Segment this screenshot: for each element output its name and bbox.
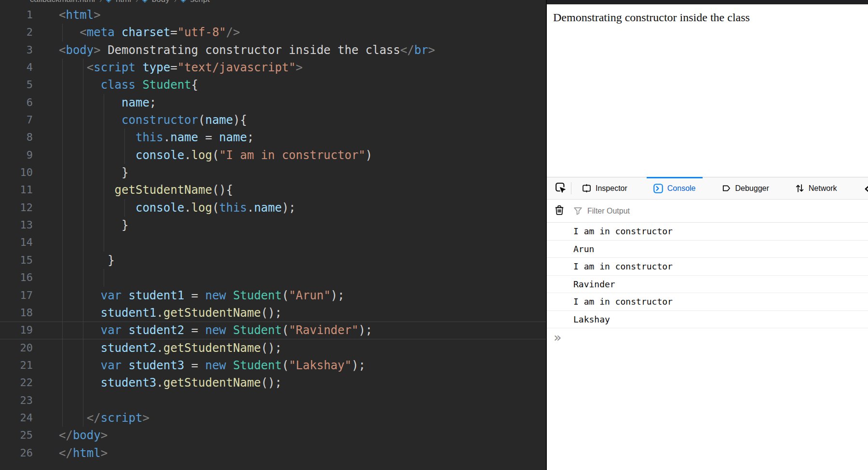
code-line[interactable]: 6 name; [0,94,546,111]
line-number: 5 [0,76,33,94]
code-text: } [59,252,115,269]
tab-inspector[interactable]: Inspector [575,177,634,199]
indent-guide [62,392,63,409]
line-number: 17 [0,287,33,304]
console-input[interactable]: » [547,328,868,344]
code-text: var student3 = new Student("Lakshay"); [59,357,366,374]
tab-network[interactable]: Network [788,177,844,199]
breadcrumb-segment[interactable]: html [116,0,131,4]
code-line[interactable]: 3<body> Demonstrating constructor inside… [0,41,546,59]
console-toolbar: Filter Output [547,200,868,223]
breadcrumb-segment[interactable]: script [190,0,210,4]
debugger-icon [722,184,731,193]
line-number: 6 [0,94,33,111]
code-line[interactable]: 5 class Student{ [0,76,546,94]
code-line[interactable]: 23 [0,392,546,409]
network-icon [795,184,804,193]
console-icon [653,184,663,193]
inspector-icon [582,184,591,193]
line-number: 11 [0,181,33,199]
console-message: Ravinder [547,276,868,294]
line-number: 13 [0,216,33,234]
page-text: Demonstrating constructor inside the cla… [553,11,868,24]
tab-overflow-partial-icon[interactable] [861,183,868,197]
code-line[interactable]: 18 student1.getStudentName(); [0,304,546,322]
code-text: } [59,164,129,181]
code-line[interactable]: 17 var student1 = new Student("Arun"); [0,287,546,304]
code-line[interactable]: 1<html> [0,6,546,24]
indent-guide [62,269,63,286]
console-message: I am in constructor [547,223,868,241]
code-line[interactable]: 26</html> [0,444,546,462]
line-number: 20 [0,339,33,357]
code-text: } [59,216,129,234]
tab-label: Network [809,184,837,193]
browser-page-view: Demonstrating constructor inside the cla… [547,4,868,177]
line-number: 19 [0,322,33,339]
code-line[interactable]: 13 } [0,216,546,234]
code-line[interactable]: 25</body> [0,427,546,444]
code-line[interactable]: 10 } [0,164,546,181]
node-picker-button[interactable] [553,177,567,199]
line-number: 14 [0,234,33,251]
code-line[interactable]: 9 console.log("I am in constructor") [0,147,546,164]
code-line[interactable]: 15 } [0,252,546,269]
code-text: console.log(this.name); [59,199,296,216]
tab-console[interactable]: Console [647,177,703,199]
breadcrumb-separator: › [99,0,102,4]
code-line[interactable]: 12 console.log(this.name); [0,199,546,216]
console-message: Lakshay [547,311,868,329]
code-text: </body> [59,427,108,444]
line-number: 26 [0,444,33,462]
code-line[interactable]: 2 <meta charset="utf-8"/> [0,24,546,41]
browser-panel: Demonstrating constructor inside the cla… [546,0,868,470]
code-text: student2.getStudentName(); [59,339,282,357]
browser-chrome-strip [547,0,868,4]
tabbar-separator [571,182,571,194]
code-line[interactable]: 16 [0,269,546,286]
line-number: 8 [0,129,33,146]
indent-guide [104,269,104,286]
code-editor[interactable]: callbackmain.html›◈html›◈body›◈script 1<… [0,0,546,470]
line-number: 22 [0,374,33,391]
indent-guide [83,269,83,286]
line-number: 24 [0,409,33,427]
code-line-current[interactable]: 19 var student2 = new Student("Ravinder"… [0,322,546,339]
tab-debugger[interactable]: Debugger [715,177,776,199]
breadcrumb-separator: › [136,0,138,4]
breadcrumb-file[interactable]: callbackmain.html [30,0,95,4]
code-line[interactable]: 24 </script> [0,409,546,427]
code-text: <html> [59,6,101,24]
code-text: console.log("I am in constructor") [59,147,372,164]
console-message: I am in constructor [547,293,868,311]
code-area[interactable]: 1<html>2 <meta charset="utf-8"/>3<body> … [0,6,546,462]
code-line[interactable]: 4 <script type="text/javascript"> [0,59,546,76]
trash-icon [555,205,564,217]
code-line[interactable]: 20 student2.getStudentName(); [0,339,546,357]
indent-guide [104,234,104,251]
code-text: student3.getStudentName(); [59,374,282,391]
clear-console-button[interactable] [555,205,564,217]
line-number: 25 [0,427,33,444]
code-text: </script> [59,409,149,427]
console-output: I am in constructorArunI am in construct… [547,223,868,328]
filter-output-input[interactable]: Filter Output [587,207,868,215]
breadcrumb[interactable]: callbackmain.html›◈html›◈body›◈script [0,0,546,5]
code-text: var student1 = new Student("Arun"); [59,287,345,304]
console-prompt-icon: » [554,330,562,345]
console-message: I am in constructor [547,258,868,276]
code-line[interactable]: 14 [0,234,546,251]
code-line[interactable]: 22 student3.getStudentName(); [0,374,546,391]
code-text: student1.getStudentName(); [59,304,282,322]
breadcrumb-segment[interactable]: body [152,0,170,4]
devtools-panel: InspectorConsoleDebuggerNetwork [547,177,868,470]
devtools-tabbar: InspectorConsoleDebuggerNetwork [547,177,868,200]
code-line[interactable]: 11 getStudentName(){ [0,181,546,199]
console-message: Arun [547,241,868,258]
line-number: 23 [0,392,33,409]
code-line[interactable]: 8 this.name = name; [0,129,546,146]
code-line[interactable]: 7 constructor(name){ [0,111,546,129]
code-text: this.name = name; [59,129,254,146]
code-line[interactable]: 21 var student3 = new Student("Lakshay")… [0,357,546,374]
code-text: <script type="text/javascript"> [59,59,303,76]
